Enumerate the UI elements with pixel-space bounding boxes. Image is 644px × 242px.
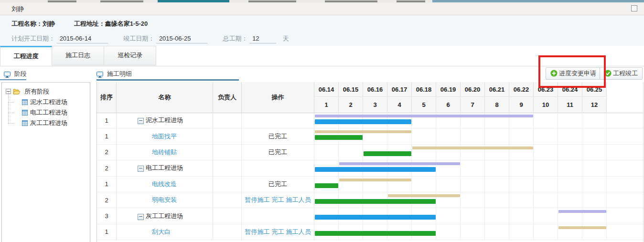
gantt-date-header: 06.20 [461, 82, 485, 97]
column-header-排序: 排序 [97, 82, 117, 113]
gantt-day-header: 7 [461, 97, 485, 113]
gantt-date-header: 06.17 [387, 82, 412, 97]
start-date-field[interactable]: 2015-06-14 [57, 35, 108, 43]
collapse-icon[interactable] [138, 166, 144, 172]
tree-item-电工工程进场[interactable]: 电工工程进场 [2, 107, 90, 118]
gantt-plan-bar [388, 194, 460, 197]
duration-field[interactable]: 12 [249, 35, 276, 43]
action-link-施工人员[interactable]: 施工人员 [286, 228, 311, 235]
tree-item-label[interactable]: 灰工工程进场 [30, 119, 67, 126]
table-icon [22, 99, 28, 105]
gantt-actual-bar [315, 215, 436, 220]
table-row: 3灰工工程进场 [97, 208, 643, 224]
table-icon [22, 120, 28, 126]
cell-owner [213, 177, 242, 192]
cell-order: 2 [97, 145, 117, 160]
tree-item-泥水工程进场[interactable]: 泥水工程进场 [2, 97, 90, 107]
collapse-icon[interactable] [138, 214, 144, 220]
open-folder-icon [13, 89, 21, 95]
cell-order: 1 [97, 177, 117, 192]
tab-工程进度[interactable]: 工程进度 [0, 46, 52, 66]
gantt-plan-bar [558, 226, 606, 229]
cell-order: 3 [97, 208, 117, 223]
tree-item-label[interactable]: 电工工程进场 [30, 109, 67, 116]
app-window: 刘静 工程名称：刘静 工程地址：鑫缘名家1-5-20 计划开工日期： 2015-… [0, 0, 644, 242]
column-header-操作: 操作 [242, 82, 314, 113]
cell-actions: 已完工 [242, 145, 314, 160]
task-name-link[interactable]: 地砖铺贴 [117, 148, 177, 157]
stage-panel-header: 阶段 [4, 70, 27, 78]
duration-unit: 天 [283, 35, 289, 42]
stage-tree-panel: 所有阶段 泥水工程进场电工工程进场灰工工程进场 [1, 82, 90, 242]
group-name[interactable]: 电工工程进场 [117, 164, 183, 172]
action-link-暂停施工[interactable]: 暂停施工 [245, 196, 270, 203]
cell-order: 2 [97, 160, 117, 176]
task-name-link[interactable]: 电线改造 [117, 180, 177, 189]
gantt-actual-bar [315, 199, 436, 204]
action-link-完工[interactable]: 完工 [272, 228, 284, 235]
tree-root-all-stages[interactable]: 所有阶段 [6, 86, 90, 97]
cell-owner [213, 192, 242, 208]
cell-name: 地砖铺贴 [117, 145, 213, 160]
task-name-link[interactable]: 地面找平 [117, 132, 177, 141]
project-address: 工程地址：鑫缘名家1-5-20 [74, 20, 148, 27]
action-link-完工[interactable]: 完工 [272, 196, 284, 203]
column-header-名称: 名称 [117, 82, 213, 113]
table-row: 1泥水工程进场 [97, 113, 643, 128]
table-row: 1电线改造已完工 [97, 177, 643, 192]
dialog-title: 刘静 [11, 5, 24, 13]
tree-item-灰工工程进场[interactable]: 灰工工程进场 [2, 118, 90, 128]
cell-owner [213, 113, 242, 128]
gantt-actual-bar [315, 119, 411, 124]
group-name[interactable]: 灰工工程进场 [117, 212, 183, 221]
monitor-icon [97, 72, 103, 78]
action-links: 暂停施工完工施工人员 [244, 228, 312, 236]
cell-owner [213, 160, 242, 176]
status-text: 已完工 [268, 148, 287, 157]
group-name[interactable]: 泥水工程进场 [117, 116, 183, 125]
gantt-plan-bar [339, 179, 411, 181]
dialog-titlebar: 刘静 [0, 2, 644, 15]
gantt-actual-bar [315, 135, 363, 140]
task-name-link[interactable]: 弱电安装 [117, 196, 177, 204]
group-name-label: 电工工程进场 [146, 164, 183, 171]
cell-owner [213, 208, 242, 223]
gantt-day-header: 3 [363, 97, 387, 113]
action-link-暂停施工[interactable]: 暂停施工 [245, 228, 270, 235]
gantt-day-header: 2 [339, 97, 363, 113]
project-name: 工程名称：刘静 [11, 20, 55, 27]
tree-root-label[interactable]: 所有阶段 [24, 88, 49, 95]
action-link-施工人员[interactable]: 施工人员 [286, 196, 311, 203]
collapse-icon[interactable] [138, 118, 144, 124]
gantt-date-header: 06.15 [339, 82, 363, 97]
restore-window-icon[interactable] [631, 5, 637, 11]
progress-change-request-button[interactable]: 进度变更申请 [546, 67, 601, 80]
gantt-day-header: 12 [582, 97, 607, 113]
tab-巡检记录[interactable]: 巡检记录 [104, 46, 156, 65]
check-circle-icon [604, 70, 612, 77]
gantt-date-header: 06.24 [558, 82, 582, 97]
schedule-table: 排序名称负责人操作06.14106.15206.16306.17406.1850… [97, 82, 644, 242]
gantt-date-header: 06.22 [509, 82, 534, 97]
stage-panel-underline [0, 79, 26, 80]
project-completion-button[interactable]: 工程竣工 [600, 67, 643, 80]
gantt-plan-bar [558, 210, 606, 213]
detail-panel-header: 施工明细 [97, 70, 132, 78]
tree-item-label[interactable]: 泥水工程进场 [30, 98, 67, 105]
tab-施工日志[interactable]: 施工日志 [52, 46, 104, 65]
duration-label: 总工期： [223, 35, 248, 42]
finish-date-field[interactable]: 2015-06-25 [156, 35, 208, 43]
action-links: 暂停施工完工施工人员 [244, 196, 312, 204]
gantt-plan-bar [315, 115, 533, 117]
task-name-link[interactable]: 刮大白 [117, 228, 171, 236]
cell-name: 电线改造 [117, 177, 213, 192]
start-date-label: 计划开工日期： [11, 35, 55, 42]
table-header: 排序名称负责人操作06.14106.15206.16306.17406.1850… [97, 82, 643, 113]
cell-actions [242, 208, 314, 223]
detail-panel-title: 施工明细 [107, 70, 132, 77]
cell-name: 刮大白 [117, 224, 213, 240]
gantt-day-header: 11 [558, 97, 582, 113]
gantt-plan-bar [412, 147, 533, 149]
gantt-date-header: 06.18 [412, 82, 436, 97]
gantt-day-header: 4 [387, 97, 412, 113]
